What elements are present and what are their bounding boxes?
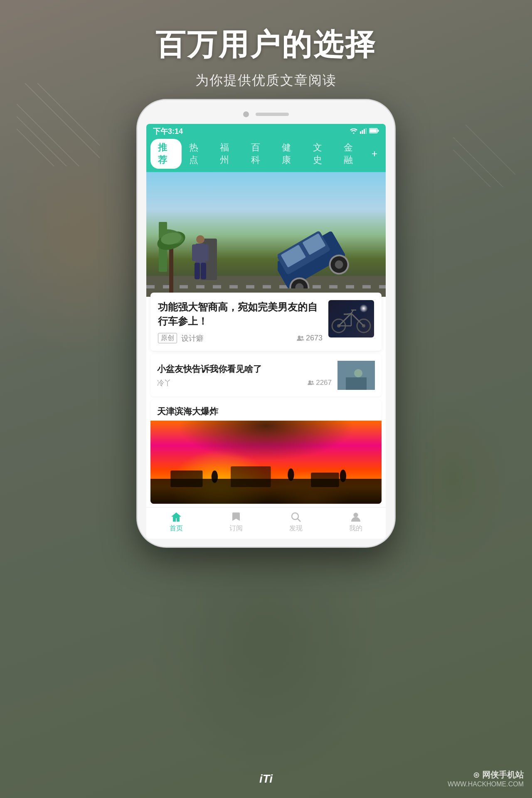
svg-rect-25 xyxy=(192,244,197,261)
bottom-nav-subscribe-label: 订阅 xyxy=(229,524,243,533)
svg-rect-11 xyxy=(366,128,367,134)
user-icon xyxy=(350,512,361,522)
people-icon xyxy=(297,335,304,342)
status-time: 下午3:14 xyxy=(153,126,183,136)
logo-bottom: iTi xyxy=(259,772,273,786)
svg-point-48 xyxy=(311,381,313,382)
phone-top-bar xyxy=(146,111,386,117)
svg-rect-10 xyxy=(364,129,365,134)
status-bar: 下午3:14 xyxy=(146,124,386,139)
article-big-title: 天津滨海大爆炸 xyxy=(150,400,382,421)
article-small-read-count: 2267 xyxy=(308,379,332,387)
phone-screen: 下午3:14 xyxy=(146,124,386,539)
svg-rect-27 xyxy=(195,263,200,279)
logo-text: iTi xyxy=(259,772,273,785)
phone-frame: 下午3:14 xyxy=(137,100,395,547)
fire-scene-svg xyxy=(150,421,382,504)
nav-tabs: 推荐 热点 福州 百科 健康 文史 金融 xyxy=(146,139,386,172)
article-card-small[interactable]: 小盆友快告诉我你看见啥了 冷丫 2267 xyxy=(150,354,382,397)
article-small-image xyxy=(337,361,375,390)
bookmark-icon xyxy=(231,512,241,522)
scene-palm-svg xyxy=(155,214,188,297)
bottom-nav-home[interactable]: 首页 xyxy=(170,512,183,533)
bottom-nav-home-label: 首页 xyxy=(170,524,183,533)
tab-baike[interactable]: 百科 xyxy=(244,139,275,169)
phone-speaker xyxy=(256,113,289,116)
svg-point-33 xyxy=(298,335,300,338)
article-featured-text: 功能强大智商高，宛如完美男友的自行车参上！ 原创 设计癖 2673 xyxy=(158,300,323,343)
bottom-nav-discover[interactable]: 发现 xyxy=(289,512,303,533)
bottom-nav-profile-label: 我的 xyxy=(349,524,362,533)
watermark-main: ⊙ 网侠手机站 xyxy=(448,769,524,781)
tab-history[interactable]: 文史 xyxy=(305,139,337,169)
svg-line-4 xyxy=(37,83,100,166)
wifi-icon xyxy=(350,128,357,135)
bottom-nav-subscribe[interactable]: 订阅 xyxy=(229,512,243,533)
svg-point-56 xyxy=(212,470,218,483)
svg-point-59 xyxy=(292,513,298,520)
article-card-featured[interactable]: 功能强大智商高，宛如完美男友的自行车参上！ 原创 设计癖 2673 xyxy=(150,293,382,351)
svg-rect-9 xyxy=(362,130,363,134)
bike-svg xyxy=(330,305,372,334)
svg-line-7 xyxy=(466,125,515,187)
watermark-sub: WWW.HACKHOME.COM xyxy=(448,781,524,788)
svg-rect-51 xyxy=(346,377,367,390)
article-source: 设计癖 xyxy=(181,333,204,343)
article-big-image xyxy=(150,421,382,504)
people-icon-small xyxy=(308,380,314,386)
svg-point-58 xyxy=(340,470,346,482)
phone-mockup: 下午3:14 xyxy=(137,100,395,547)
article-featured-meta: 原创 设计癖 2673 xyxy=(158,333,323,343)
battery-icon xyxy=(369,128,379,135)
tab-finance[interactable]: 金融 xyxy=(336,139,367,169)
svg-line-3 xyxy=(25,83,100,166)
search-icon xyxy=(291,512,301,522)
svg-line-5 xyxy=(453,137,515,187)
svg-rect-13 xyxy=(370,129,377,133)
svg-rect-28 xyxy=(201,263,206,279)
svg-rect-54 xyxy=(231,466,271,487)
home-icon xyxy=(170,512,182,522)
tab-fuzhou[interactable]: 福州 xyxy=(212,139,244,169)
svg-line-2 xyxy=(17,129,100,166)
svg-rect-14 xyxy=(378,130,379,132)
article-small-img-svg xyxy=(337,361,375,390)
svg-rect-55 xyxy=(311,473,339,487)
tab-recommend[interactable]: 推荐 xyxy=(150,139,182,169)
article-small-source: 冷丫 xyxy=(157,378,171,388)
signal-icon xyxy=(360,128,367,135)
article-featured-image xyxy=(328,300,374,337)
tab-hot[interactable]: 热点 xyxy=(182,139,213,169)
article-small-meta: 冷丫 2267 xyxy=(157,378,332,388)
svg-point-61 xyxy=(354,513,358,517)
deco-lines-left xyxy=(17,83,100,166)
article-card-big[interactable]: 天津滨海大爆炸 xyxy=(150,400,382,504)
article-featured-title: 功能强大智商高，宛如完美男友的自行车参上！ xyxy=(158,300,323,328)
hero-title: 百万用户的选择 xyxy=(0,25,532,65)
scene-person-svg xyxy=(188,234,213,284)
svg-rect-26 xyxy=(204,244,209,261)
watermark: ⊙ 网侠手机站 WWW.HACKHOME.COM xyxy=(448,769,524,788)
svg-line-0 xyxy=(17,104,100,166)
svg-point-47 xyxy=(308,381,311,383)
deco-lines-right xyxy=(453,125,515,187)
svg-rect-53 xyxy=(170,470,202,487)
read-count: 2673 xyxy=(297,334,323,342)
svg-point-34 xyxy=(301,336,303,338)
phone-camera xyxy=(243,111,249,117)
svg-point-57 xyxy=(288,468,294,481)
svg-rect-8 xyxy=(360,131,361,134)
bottom-nav: 首页 订阅 发现 xyxy=(146,507,386,539)
hero-section: 百万用户的选择 为你提供优质文章阅读 xyxy=(0,25,532,90)
scene-car-svg xyxy=(278,222,361,288)
tab-health[interactable]: 健康 xyxy=(274,139,305,169)
hero-subtitle: 为你提供优质文章阅读 xyxy=(0,71,532,90)
bottom-nav-profile[interactable]: 我的 xyxy=(349,512,362,533)
svg-line-60 xyxy=(298,519,300,522)
article-small-title: 小盆友快告诉我你看见啥了 xyxy=(157,363,332,375)
bottom-nav-discover-label: 发现 xyxy=(289,524,303,533)
status-icons xyxy=(350,128,379,135)
featured-image xyxy=(146,172,386,297)
svg-point-23 xyxy=(196,235,204,244)
tab-more[interactable]: + xyxy=(367,146,382,161)
